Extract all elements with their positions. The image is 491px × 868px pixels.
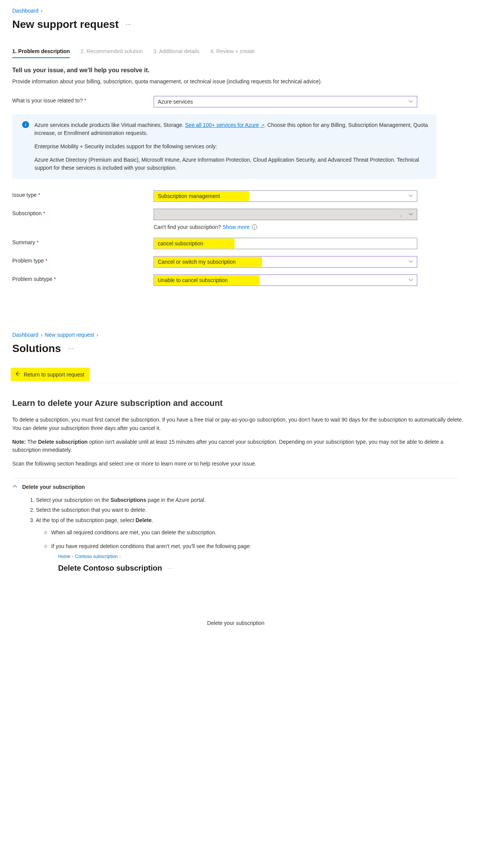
step-3: At the top of the subscription page, sel… (36, 516, 491, 574)
breadcrumb-dashboard[interactable]: Dashboard (12, 332, 39, 338)
nested-breadcrumb-contoso: Contoso subscription (75, 553, 118, 560)
page-title: Solutions (12, 342, 61, 355)
chevron-down-icon (408, 211, 413, 217)
solutions-note: Note: The Delete subscription option isn… (12, 438, 471, 454)
section-description: Provide information about your billing, … (12, 78, 394, 85)
footer-heading: Delete your subscription (12, 620, 459, 626)
info-icon: i (22, 121, 29, 128)
breadcrumb: Dashboard › (12, 8, 491, 14)
chevron-up-icon (12, 484, 18, 490)
breadcrumb-new-support-request[interactable]: New support request (45, 332, 94, 338)
chevron-down-icon (408, 259, 413, 265)
select-problem-type[interactable]: Cancel or switch my subscription (154, 256, 417, 268)
accordion-body: Select your subscription on the Subscrip… (12, 496, 491, 574)
label-subscription: Subscription* (12, 209, 154, 216)
solutions-heading: Learn to delete your Azure subscription … (12, 398, 491, 408)
chevron-right-icon: › (96, 332, 98, 338)
divider (12, 383, 459, 383)
link-all-services[interactable]: See all 100+ services for Azure ↗ (185, 122, 264, 128)
nested-breadcrumb-home: Home (58, 553, 70, 560)
label-issue-type: Issue type* (12, 190, 154, 198)
select-issue-type[interactable]: Subscription management (154, 190, 417, 202)
more-actions-icon: ··· (167, 564, 173, 572)
tab-review-create: 4. Review + create (210, 46, 254, 58)
tab-additional-details: 3. Additional details (154, 46, 200, 58)
chevron-down-icon (408, 99, 413, 105)
link-show-more[interactable]: Show more (222, 224, 250, 230)
info-panel: i Azure services include products like V… (12, 114, 436, 179)
chevron-right-icon: › (41, 332, 43, 338)
nested-screenshot: Home › Contoso subscription › Delete Con… (58, 553, 491, 574)
select-problem-subtype[interactable]: Unable to cancel subscription (154, 274, 417, 286)
arrow-left-icon (15, 371, 21, 378)
subscription-trailing-dot: . (400, 211, 402, 217)
chevron-down-icon (408, 277, 413, 283)
breadcrumb-dashboard[interactable]: Dashboard (12, 8, 39, 14)
external-link-icon: ↗ (260, 123, 264, 128)
breadcrumb: Dashboard › New support request › (12, 332, 491, 338)
return-to-support-request-button[interactable]: Return to support request (11, 368, 90, 381)
step-3-bullet-2: If you have required deletion conditions… (44, 542, 491, 574)
nested-page-title: Delete Contoso subscription (58, 562, 162, 574)
solutions-scan-hint: Scan the following section headings and … (12, 460, 471, 468)
wizard-tabs: 1. Problem description 2. Recommended so… (12, 46, 491, 58)
step-2: Select the subscription that you want to… (36, 506, 491, 514)
tab-recommended-solution: 2. Recommended solution (81, 46, 143, 58)
label-problem-subtype: Problem subtype* (12, 274, 154, 282)
step-3-bullet-1: When all required conditions are met, yo… (44, 528, 491, 537)
cant-find-subscription: Can't find your subscription? Show more … (154, 224, 436, 230)
label-summary: Summary* (12, 238, 154, 245)
accordion-delete-your-subscription[interactable]: Delete your subscription (12, 479, 491, 496)
more-actions-icon[interactable]: ··· (125, 21, 131, 28)
select-issue-related[interactable]: Azure services (154, 96, 417, 107)
more-actions-icon[interactable]: ··· (68, 345, 74, 352)
tab-problem-description[interactable]: 1. Problem description (12, 46, 70, 58)
label-problem-type: Problem type* (12, 256, 154, 264)
select-subscription[interactable]: . (154, 209, 417, 220)
input-summary[interactable]: cancel subscription (154, 238, 417, 249)
chevron-right-icon: › (41, 8, 43, 14)
chevron-down-icon (408, 193, 413, 199)
section-heading: Tell us your issue, and we'll help you r… (12, 67, 491, 74)
info-outline-icon[interactable]: i (252, 224, 257, 230)
label-issue-related: What is your issue related to?* (12, 96, 154, 104)
page-title: New support request (12, 18, 118, 31)
solutions-paragraph: To delete a subscription, you must first… (12, 416, 471, 432)
step-1: Select your subscription on the Subscrip… (36, 496, 491, 504)
